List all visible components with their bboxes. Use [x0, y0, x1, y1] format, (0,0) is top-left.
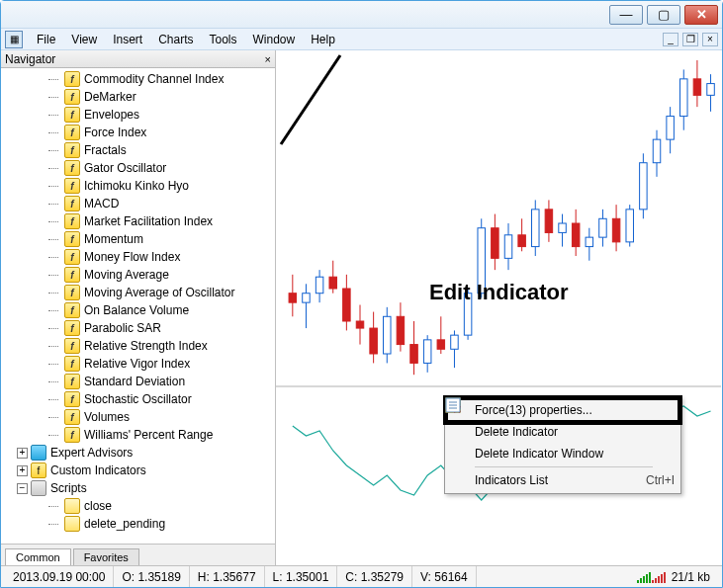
menu-help[interactable]: Help: [303, 31, 343, 48]
ctx-delete-indicator-window[interactable]: Delete Indicator Window: [447, 443, 678, 464]
ci-icon: f: [31, 462, 46, 478]
f-icon: f: [64, 285, 80, 300]
mdi-minimize-button[interactable]: _: [663, 33, 678, 46]
indicator-item[interactable]: fForce Index: [1, 124, 275, 141]
svg-rect-23: [437, 340, 445, 349]
f-icon: f: [64, 249, 80, 265]
f-icon: f: [64, 160, 80, 176]
status-volume: V: 56164: [412, 566, 477, 587]
f-icon: f: [64, 374, 80, 389]
svg-rect-3: [303, 294, 310, 302]
f-icon: f: [64, 427, 80, 443]
menu-charts[interactable]: Charts: [150, 31, 201, 48]
indicator-item[interactable]: fMarket Facilitation Index: [1, 212, 275, 230]
mdi-restore-button[interactable]: ❐: [682, 33, 698, 46]
ea-icon: [31, 445, 46, 461]
f-icon: f: [64, 391, 80, 407]
scr-icon: [64, 516, 80, 532]
group-expert-advisors[interactable]: +Expert Advisors: [1, 444, 275, 462]
svg-rect-51: [626, 210, 634, 242]
indicator-item[interactable]: fFractals: [1, 141, 275, 159]
ctx-shortcut: Ctrl+I: [646, 473, 675, 487]
f-icon: f: [64, 196, 80, 211]
svg-rect-49: [612, 218, 620, 242]
f-icon: f: [64, 356, 80, 372]
sc-icon: [31, 480, 46, 496]
menu-insert[interactable]: Insert: [105, 31, 150, 48]
status-high: H: 1.35677: [190, 566, 265, 587]
svg-rect-25: [451, 335, 459, 349]
indicator-item[interactable]: fMomentum: [1, 230, 275, 248]
statusbar: 2013.09.19 00:00 O: 1.35189 H: 1.35677 L…: [1, 565, 722, 587]
svg-rect-9: [343, 289, 351, 321]
navigator-title: Navigator: [5, 52, 55, 66]
indicator-item[interactable]: fParabolic SAR: [1, 319, 275, 337]
svg-rect-43: [572, 223, 580, 247]
menu-file[interactable]: File: [29, 31, 63, 48]
menubar: ▦ FileViewInsertChartsToolsWindowHelp _ …: [1, 29, 722, 50]
indicator-item[interactable]: fStandard Deviation: [1, 373, 275, 390]
indicator-item[interactable]: fStochastic Oscillator: [1, 390, 275, 408]
f-icon: f: [64, 267, 80, 283]
tree-toggle-icon[interactable]: +: [17, 465, 28, 476]
titlebar: — ▢ ✕: [1, 1, 722, 29]
ctx-separator: [475, 466, 653, 467]
maximize-button[interactable]: ▢: [647, 5, 680, 25]
menu-window[interactable]: Window: [245, 31, 304, 48]
navigator-titlebar: Navigator ×: [1, 50, 275, 68]
menu-view[interactable]: View: [63, 31, 105, 48]
tree-toggle-icon[interactable]: +: [17, 448, 28, 459]
chart-area[interactable]: Edit Indicator Force(13) properties... D…: [276, 50, 722, 565]
mdi-close-button[interactable]: ×: [702, 33, 718, 46]
group-scripts[interactable]: −Scripts: [1, 479, 275, 497]
f-icon: f: [64, 71, 80, 87]
group-custom-indicators[interactable]: +fCustom Indicators: [1, 462, 275, 479]
indicator-item[interactable]: fMoney Flow Index: [1, 248, 275, 266]
svg-rect-45: [586, 237, 593, 246]
script-item[interactable]: close: [1, 497, 275, 515]
ctx-delete-indicator[interactable]: Delete Indicator: [447, 421, 678, 443]
indicator-item[interactable]: fGator Oscillator: [1, 159, 275, 177]
svg-rect-35: [518, 235, 526, 247]
indicator-item[interactable]: fDeMarker: [1, 88, 275, 106]
indicator-item[interactable]: fCommodity Channel Index: [1, 70, 275, 88]
navigator-close-icon[interactable]: ×: [265, 53, 271, 65]
indicator-item[interactable]: fMoving Average of Oscillator: [1, 284, 275, 301]
app-window: — ▢ ✕ ▦ FileViewInsertChartsToolsWindowH…: [0, 0, 723, 588]
indicator-item[interactable]: fMoving Average: [1, 266, 275, 284]
f-icon: f: [64, 320, 80, 336]
f-icon: f: [64, 409, 80, 425]
delete-window-icon: [451, 445, 469, 462]
svg-rect-21: [423, 340, 431, 364]
status-close: C: 1.35279: [337, 566, 412, 587]
ctx-properties[interactable]: Force(13) properties...: [447, 399, 678, 421]
close-button[interactable]: ✕: [684, 5, 718, 25]
svg-rect-59: [680, 79, 688, 117]
tree-toggle-icon[interactable]: −: [17, 483, 28, 494]
svg-rect-31: [492, 228, 499, 259]
status-low: L: 1.35001: [265, 566, 338, 587]
f-icon: f: [64, 107, 80, 123]
indicator-item[interactable]: fEnvelopes: [1, 106, 275, 124]
indicator-item[interactable]: fRelative Strength Index: [1, 337, 275, 355]
script-item[interactable]: delete_pending: [1, 515, 275, 533]
ctx-indicators-list[interactable]: Indicators List Ctrl+I: [447, 469, 678, 491]
indicator-item[interactable]: fOn Balance Volume: [1, 301, 275, 319]
indicator-item[interactable]: fRelative Vigor Index: [1, 355, 275, 373]
svg-rect-37: [532, 210, 540, 247]
minimize-button[interactable]: —: [609, 5, 643, 25]
context-menu: Force(13) properties... Delete Indicator…: [444, 396, 681, 494]
f-icon: f: [64, 142, 80, 158]
tab-common[interactable]: Common: [5, 548, 71, 565]
navigator-tree[interactable]: fCommodity Channel IndexfDeMarkerfEnvelo…: [1, 68, 275, 544]
indicator-item[interactable]: fWilliams' Percent Range: [1, 426, 275, 444]
indicator-item[interactable]: fMACD: [1, 195, 275, 212]
indicator-item[interactable]: fIchimoku Kinko Hyo: [1, 177, 275, 195]
svg-rect-1: [289, 294, 297, 302]
tab-favorites[interactable]: Favorites: [73, 548, 139, 565]
indicator-item[interactable]: fVolumes: [1, 408, 275, 426]
app-icon: ▦: [5, 31, 23, 48]
menu-tools[interactable]: Tools: [202, 31, 245, 48]
navigator-panel: Navigator × fCommodity Channel IndexfDeM…: [1, 50, 276, 565]
f-icon: f: [64, 89, 80, 105]
